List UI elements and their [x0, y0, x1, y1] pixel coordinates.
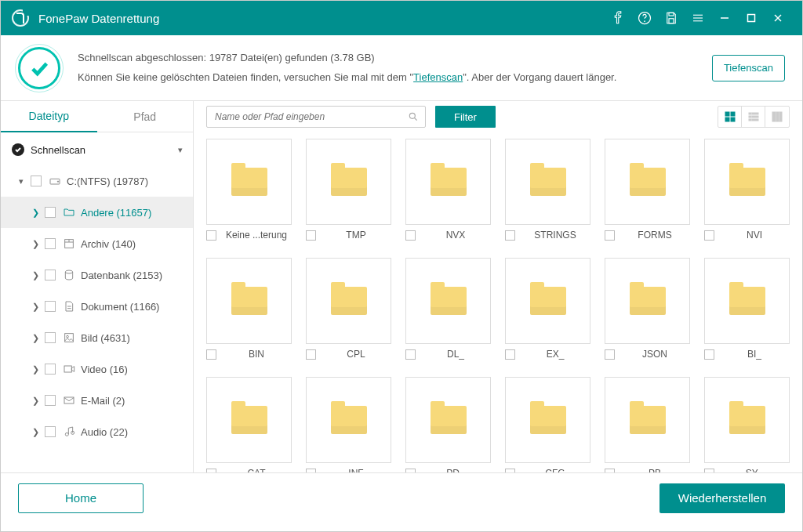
folder-item[interactable]: DL_	[405, 258, 491, 364]
help-icon[interactable]	[631, 1, 658, 35]
checkbox[interactable]	[45, 364, 56, 375]
tree-category[interactable]: ❯Audio (22)	[1, 416, 193, 447]
folder-thumbnail	[704, 139, 790, 225]
tree-category[interactable]: ❯E-Mail (2)	[1, 385, 193, 416]
checkbox[interactable]	[306, 469, 316, 473]
view-detail-button[interactable]	[765, 107, 789, 127]
checkbox[interactable]	[405, 230, 416, 241]
svg-point-12	[57, 181, 58, 182]
chevron-right-icon: ❯	[29, 208, 42, 218]
folder-item[interactable]: PB	[605, 377, 690, 472]
folder-item[interactable]: NVI	[704, 139, 790, 245]
tree-quickscan[interactable]: Schnellscan ▾	[1, 134, 193, 165]
folder-item[interactable]: NVX	[405, 139, 491, 245]
tree-category[interactable]: ❯Datenbank (2153)	[1, 259, 193, 291]
folder-item[interactable]: SY_	[704, 377, 790, 472]
checkbox[interactable]	[505, 230, 515, 241]
folder-label: TMP	[321, 230, 391, 241]
checkbox[interactable]	[605, 469, 615, 473]
folder-label: Keine ...terung	[221, 230, 292, 241]
archive-icon	[62, 237, 76, 251]
folder-item[interactable]: CPL	[306, 258, 391, 364]
close-button[interactable]	[765, 1, 791, 35]
folder-grid: Keine ...terungTMPNVXSTRINGSFORMSNVIBINC…	[194, 132, 802, 472]
folder-icon	[729, 287, 765, 315]
folder-item[interactable]: EX_	[505, 258, 590, 364]
checkbox[interactable]	[206, 230, 216, 241]
folder-item[interactable]: PD_	[405, 377, 491, 472]
sidebar: Dateityp Pfad Schnellscan ▾ ▾ C:(NTFS) (…	[1, 101, 194, 472]
tree-label: C:(NTFS) (19787)	[67, 176, 148, 187]
checkbox[interactable]	[605, 349, 615, 360]
checkbox[interactable]	[45, 332, 56, 343]
folder-item[interactable]: STRINGS	[505, 139, 590, 245]
checkbox[interactable]	[45, 270, 56, 280]
checkbox[interactable]	[704, 469, 714, 473]
folder-thumbnail	[704, 377, 790, 463]
maximize-button[interactable]	[738, 1, 765, 35]
menu-icon[interactable]	[685, 1, 711, 35]
checkbox[interactable]	[704, 349, 714, 360]
search-input[interactable]	[213, 110, 408, 123]
folder-item[interactable]: BIN	[206, 258, 292, 364]
scan-summary: Schnellscan abgeschlossen: 19787 Datei(e…	[1, 35, 802, 101]
filter-button[interactable]: Filter	[435, 106, 496, 128]
checkbox[interactable]	[306, 230, 316, 241]
tree-category[interactable]: ❯Video (16)	[1, 353, 193, 385]
folder-item[interactable]: FORMS	[605, 139, 690, 245]
tab-filetype[interactable]: Dateityp	[1, 101, 97, 132]
folder-item[interactable]: BI_	[704, 258, 790, 364]
checkbox[interactable]	[405, 349, 416, 360]
checkbox[interactable]	[45, 301, 56, 312]
folder-label: NVI	[719, 230, 790, 241]
video-icon	[62, 362, 76, 376]
chevron-right-icon: ❯	[29, 333, 42, 343]
tree-label: Archiv (140)	[81, 238, 136, 250]
folder-item[interactable]: TMP	[306, 139, 391, 245]
folder-icon	[729, 406, 765, 434]
svg-line-27	[415, 118, 417, 121]
deepscan-link[interactable]: Tiefenscan	[413, 71, 463, 83]
tree-category[interactable]: ❯Dokument (1166)	[1, 291, 193, 322]
recover-button[interactable]: Wiederherstellen	[659, 483, 785, 513]
checkbox[interactable]	[505, 349, 515, 360]
folder-item[interactable]: JSON	[605, 258, 690, 364]
checkbox[interactable]	[605, 230, 615, 241]
checkbox[interactable]	[704, 230, 714, 241]
checkbox[interactable]	[45, 207, 56, 218]
tree-drive[interactable]: ▾ C:(NTFS) (19787)	[1, 165, 193, 197]
view-list-button[interactable]	[742, 107, 765, 127]
checkbox[interactable]	[45, 395, 56, 406]
svg-rect-39	[776, 112, 779, 121]
folder-icon	[331, 287, 367, 315]
tab-path[interactable]: Pfad	[97, 101, 194, 132]
folder-label: CPL	[321, 349, 391, 360]
save-icon[interactable]	[658, 1, 685, 35]
tree-label: Video (16)	[81, 364, 128, 375]
checkbox[interactable]	[31, 176, 42, 186]
folder-item[interactable]: CAT	[206, 377, 292, 472]
folder-icon	[331, 406, 367, 434]
minimize-button[interactable]	[711, 1, 738, 35]
checkbox[interactable]	[306, 349, 316, 360]
checkbox[interactable]	[405, 469, 416, 473]
deepscan-button[interactable]: Tiefenscan	[712, 55, 785, 81]
folder-thumbnail	[605, 377, 690, 463]
tree-category[interactable]: ❯Archiv (140)	[1, 228, 193, 259]
home-button[interactable]: Home	[18, 483, 144, 513]
tree-category[interactable]: ❯Andere (11657)	[1, 197, 193, 228]
checkbox[interactable]	[45, 426, 56, 437]
facebook-icon[interactable]	[605, 1, 631, 35]
tree-category[interactable]: ❯Bild (4631)	[1, 322, 193, 353]
checkbox[interactable]	[45, 238, 56, 249]
folder-item[interactable]: INF	[306, 377, 391, 472]
view-grid-button[interactable]	[718, 107, 742, 127]
svg-rect-31	[731, 118, 735, 121]
checkbox[interactable]	[206, 349, 216, 360]
folder-icon	[729, 168, 765, 196]
checkbox[interactable]	[505, 469, 515, 473]
folder-item[interactable]: CFG	[505, 377, 590, 472]
checkbox[interactable]	[206, 469, 216, 473]
folder-item[interactable]: Keine ...terung	[206, 139, 292, 245]
search-box[interactable]	[206, 106, 426, 128]
